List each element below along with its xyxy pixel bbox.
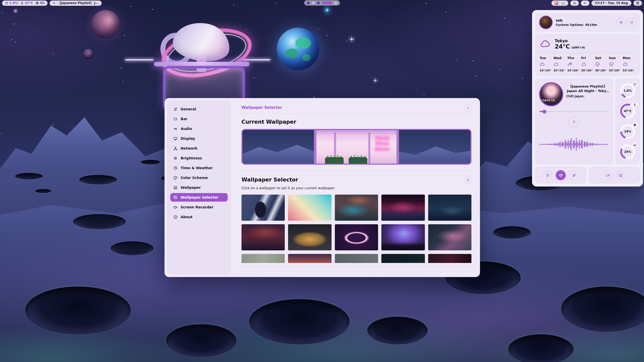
sidebar-item-audio[interactable]: Audio <box>170 124 228 133</box>
brightness-icon <box>173 156 178 160</box>
thermometer-icon <box>633 103 636 106</box>
system-tray[interactable] <box>551 1 568 6</box>
cloud-icon <box>623 62 628 67</box>
volume-button[interactable] <box>581 1 589 6</box>
sidebar-item-label: Brightness <box>181 156 202 160</box>
forecast-day: Tue <box>540 56 552 60</box>
wallpaper-thumbnail-anime-crosswalk[interactable] <box>242 195 285 221</box>
wallpaper-thumbnail-lofi-coffee-shop[interactable] <box>288 224 331 250</box>
sidebar-item-label: Display <box>181 137 195 141</box>
sidebar-item-time-weather[interactable]: Time & Weather <box>170 164 228 172</box>
power-profile-performance-button[interactable] <box>543 171 552 180</box>
play-pause-button[interactable] <box>569 116 580 127</box>
system-stats-pill[interactable]: 1.8% 47°C 8G <box>2 1 48 6</box>
utilities-card <box>589 167 640 183</box>
earth-planet <box>277 28 319 70</box>
sidebar-item-display[interactable]: Display <box>170 134 228 143</box>
images-icon <box>173 195 178 200</box>
crater <box>25 287 131 334</box>
clock[interactable]: 17:17 - Tue, 19 Aug <box>591 1 631 6</box>
current-wallpaper-heading: Current Wallpaper <box>242 119 471 125</box>
settings-button[interactable] <box>617 18 625 27</box>
cloud-icon <box>581 62 587 67</box>
workspace-2[interactable] <box>312 2 315 4</box>
power-profile-balanced-button[interactable] <box>556 170 566 180</box>
sidebar-item-about[interactable]: About <box>170 213 228 221</box>
album-art: TOKYO LO <box>539 82 563 106</box>
tray-image-icon[interactable] <box>561 2 565 5</box>
media-pill[interactable]: 【Japanese Playlist】 J... <box>50 1 102 6</box>
uptime-label: System Uptime: 4h19m <box>556 23 614 27</box>
blue-star <box>326 9 329 12</box>
small-moon <box>83 49 94 59</box>
tune-icon <box>173 107 178 111</box>
power-button[interactable] <box>627 18 636 27</box>
system-stats-card: 1.8% 47°C 16% 24% <box>616 78 640 164</box>
close-button[interactable] <box>464 104 471 111</box>
forecast-day: Sun <box>609 56 622 60</box>
screenshot-button[interactable] <box>616 171 625 180</box>
workspace-5[interactable] <box>334 2 337 4</box>
forecast-thu: Thu 33°/26° <box>567 56 580 72</box>
wallpaper-thumbnail-dark-teal[interactable] <box>381 254 425 263</box>
forecast-day: Thu <box>567 56 580 60</box>
sidebar-item-color-scheme[interactable]: Color Scheme <box>170 173 228 182</box>
wallpaper-thumbnail-pastel-gradient[interactable] <box>288 195 331 221</box>
seek-slider[interactable] <box>540 111 609 112</box>
chip-icon <box>633 123 636 126</box>
sidebar-item-label: Wallpaper <box>181 186 201 190</box>
forecast-temps: 36°/26° <box>595 69 608 72</box>
wallpaper-thumbnail-light-ring[interactable] <box>335 224 378 250</box>
cpu-stat: 1.8% <box>5 1 18 5</box>
workspace-1[interactable] <box>307 2 310 4</box>
leaf-icon <box>572 173 576 177</box>
sidebar-item-brightness[interactable]: Brightness <box>170 154 228 162</box>
palette-icon <box>173 176 178 180</box>
forecast-temps: 35°/25° <box>553 69 566 72</box>
wallpaper-thumbnail-wire-mesh[interactable] <box>428 224 471 250</box>
purple-planet <box>91 10 120 39</box>
sidebar-item-general[interactable]: General <box>170 105 228 113</box>
crater <box>73 214 126 229</box>
wallpaper-thumbnail-ember-forest[interactable] <box>242 224 285 250</box>
tray-app-icon[interactable] <box>554 1 558 5</box>
wallpaper-thumbnail-snowy-village[interactable] <box>428 195 471 221</box>
forecast-sat: Sat 36°/26° <box>595 56 608 72</box>
sidebar-item-bar[interactable]: Bar <box>170 115 228 123</box>
sidebar-item-network[interactable]: Network <box>170 144 228 153</box>
notifications-button[interactable] <box>570 1 579 6</box>
wallpaper-thumbnail-arcade-alley[interactable] <box>381 195 425 221</box>
wallpaper-thumbnail-blur-abstract[interactable] <box>335 195 378 221</box>
wallpaper-thumbnail-nebula-forest[interactable] <box>381 224 425 250</box>
refresh-button[interactable] <box>464 176 471 184</box>
temp-stat: 47°C <box>20 1 33 5</box>
crater <box>111 241 153 255</box>
sidebar-item-wallpaper-selector[interactable]: Wallpaper Selector <box>170 193 228 202</box>
sidebar-item-wallpaper[interactable]: Wallpaper <box>170 183 228 192</box>
wallpaper-thumbnail-slate-minimal[interactable] <box>335 254 378 263</box>
album-art-label: TOKYO LO <box>541 99 555 102</box>
sidebar-item-label: Network <box>181 146 197 150</box>
gear-icon <box>619 20 623 24</box>
wallpaper-grid <box>242 195 471 263</box>
seek-thumb[interactable] <box>543 110 546 113</box>
workspace-4[interactable] <box>322 2 332 4</box>
crater <box>367 317 428 344</box>
workspace-3[interactable] <box>317 2 320 4</box>
monitor-icon <box>173 137 178 141</box>
wallpaper-thumbnail-sage-minimal[interactable] <box>242 254 285 263</box>
wallpaper-thumbnail-coral-trees[interactable] <box>288 254 331 263</box>
thermometer-icon <box>20 1 24 5</box>
screen-record-button[interactable] <box>603 171 613 180</box>
crater <box>493 226 531 239</box>
forecast-tue: Tue 33°/24° <box>540 56 552 72</box>
neon-sign-text: Fresh Moon Beans <box>370 135 393 152</box>
wallpaper-thumbnail-maroon-dark[interactable] <box>428 254 471 263</box>
dashboard-button[interactable] <box>633 1 642 6</box>
power-profile-powersave-button[interactable] <box>569 171 578 180</box>
sparkle-star <box>348 36 355 43</box>
sparkle-star <box>373 78 378 83</box>
sidebar-item-label: Color Scheme <box>181 176 208 180</box>
sidebar-item-screen-recorder[interactable]: Screen Recorder <box>170 203 228 211</box>
cpu-value: 1.8% <box>10 1 18 5</box>
